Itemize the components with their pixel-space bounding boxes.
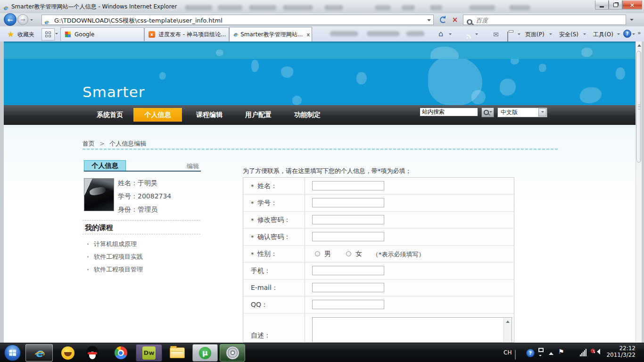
start-button[interactable] [4,345,21,361]
page-menu[interactable]: 页面(P) [525,31,545,39]
course-link[interactable]: 计算机组成原理 [87,240,137,248]
language-select[interactable]: 中文版 [497,107,547,117]
course-link[interactable]: 软件工程项目实践 [87,253,143,261]
quick-tabs-dropdown-icon[interactable] [55,33,58,36]
nav-item-courses[interactable]: 课程编辑 [188,105,231,125]
language-indicator[interactable]: CH [504,349,512,356]
security-dropdown-icon[interactable] [583,33,586,36]
taskbar-utorrent-button[interactable]: µ [192,344,218,362]
bio-textarea[interactable] [312,317,512,343]
mail-icon[interactable] [493,30,499,39]
address-dropdown-icon[interactable] [427,19,431,23]
folder-icon [170,347,185,358]
keyboard-icon[interactable] [515,350,516,360]
gender-male-radio[interactable] [315,251,320,256]
close-button[interactable]: × [622,0,642,9]
sidebar-tab-profile[interactable]: 个人信息 [84,160,126,171]
textarea-scrollbar[interactable] [504,318,511,343]
tools-menu[interactable]: 工具(O) [593,31,613,39]
name-input[interactable] [312,181,384,190]
site-search-input[interactable] [420,107,478,116]
feeds-dropdown-icon[interactable] [475,33,478,36]
tools-dropdown-icon[interactable] [617,33,620,36]
security-menu[interactable]: 安全(S) [559,31,578,39]
show-hidden-icons-button[interactable] [549,350,553,355]
language-dropdown-button[interactable] [538,108,546,116]
tray-window-dropdown-icon[interactable] [539,355,542,358]
splatter-decor [281,66,293,78]
splatter-decor [581,48,593,57]
scroll-up-button[interactable] [504,318,511,325]
favorites-button[interactable]: 收藏夹 [17,31,34,39]
print-dropdown-icon[interactable] [518,33,520,36]
print-icon[interactable] [507,32,508,41]
censored-blur [469,5,495,10]
search-go-icon[interactable] [467,19,472,25]
nav-item-profile[interactable]: 个人信息 [133,108,182,122]
scrollbar-thumb[interactable] [636,51,641,163]
nav-item-users[interactable]: 用户配置 [237,105,280,125]
course-link[interactable]: 软件工程项目管理 [87,265,143,274]
tab-smarter-active[interactable]: e Smarter教学管理网站... x [229,27,312,41]
back-button[interactable]: ← [4,13,17,26]
breadcrumb-separator: > [99,140,105,147]
favorites-star-icon[interactable] [8,30,14,39]
network-icon[interactable] [580,349,586,356]
taskbar-ie-button[interactable]: e [25,344,53,362]
student-id-input[interactable] [312,198,384,207]
home-icon[interactable] [438,29,443,38]
tray-window-icon[interactable] [538,348,544,352]
help-icon[interactable]: ? [623,30,631,38]
address-field[interactable]: e G:\TDDOWNLOAD\CSS模板\css-template\user_… [41,15,434,25]
sidebar-edit-link[interactable]: 编辑 [187,162,199,171]
taskbar-chrome-button[interactable] [109,344,132,362]
tab-close-icon[interactable]: x [306,32,310,38]
history-dropdown-icon[interactable] [30,19,33,22]
sidebar-divider [83,234,200,234]
search-box[interactable]: 百度 [463,15,626,25]
search-dropdown-icon[interactable] [630,19,634,23]
forward-button[interactable]: → [17,14,28,25]
nav-item-home[interactable]: 系统首页 [88,105,132,125]
breadcrumb-divider [83,148,558,150]
qq-input[interactable] [312,300,384,309]
profile-id-line: 学号：20082734 [118,192,171,201]
mobile-input[interactable] [312,266,384,275]
action-center-flag-icon[interactable] [558,347,564,356]
censored-blur [509,5,530,10]
gender-female-radio[interactable] [346,251,351,256]
taskbar-explorer-button[interactable] [165,344,190,362]
address-url[interactable]: G:\TDDOWNLOAD\CSS模板\css-template\user_in… [54,16,223,25]
overflow-chevron-icon[interactable] [637,28,641,37]
restore-button[interactable] [609,0,622,9]
search-placeholder[interactable]: 百度 [476,16,488,25]
clock-time: 22:12 [606,345,636,352]
quick-tabs-button[interactable] [41,28,55,41]
taskbar-disc-button[interactable] [220,344,245,362]
tab-google[interactable]: Google [60,27,144,41]
clock[interactable]: 22:12 2011/3/22 [606,345,636,358]
taskbar-messenger-button[interactable] [57,344,79,362]
breadcrumb-home-link[interactable]: 首页 [83,140,95,147]
stop-button[interactable]: × [449,15,461,25]
tray-help-icon[interactable]: ? [526,349,535,357]
new-password-input[interactable] [312,215,384,224]
page-dropdown-icon[interactable] [549,33,552,36]
taskbar-qq-button[interactable] [81,344,104,362]
minimize-button[interactable] [595,0,609,9]
help-dropdown-icon[interactable] [632,33,635,36]
required-star: * [251,217,254,224]
taskbar-dreamweaver-button[interactable]: Dw [136,344,162,362]
taskbar: e Dw µ CH ? 22:12 2011/3/22 [0,343,644,362]
confirm-password-input[interactable] [312,232,384,241]
minimize-icon [600,6,604,8]
refresh-button[interactable] [438,15,449,25]
nav-item-functions[interactable]: 功能制定 [286,105,329,125]
home-dropdown-icon[interactable] [449,33,452,36]
email-input[interactable] [312,283,384,292]
main-nav: 系统首页 个人信息 课程编辑 用户配置 功能制定 中文版 [4,105,636,125]
tab-xampp-forum[interactable]: x 进度发布 - 神马项目组论... [144,27,229,41]
browser-scrollbar[interactable] [636,41,642,343]
splatter-decor [430,47,459,59]
site-search-button[interactable] [481,107,494,117]
